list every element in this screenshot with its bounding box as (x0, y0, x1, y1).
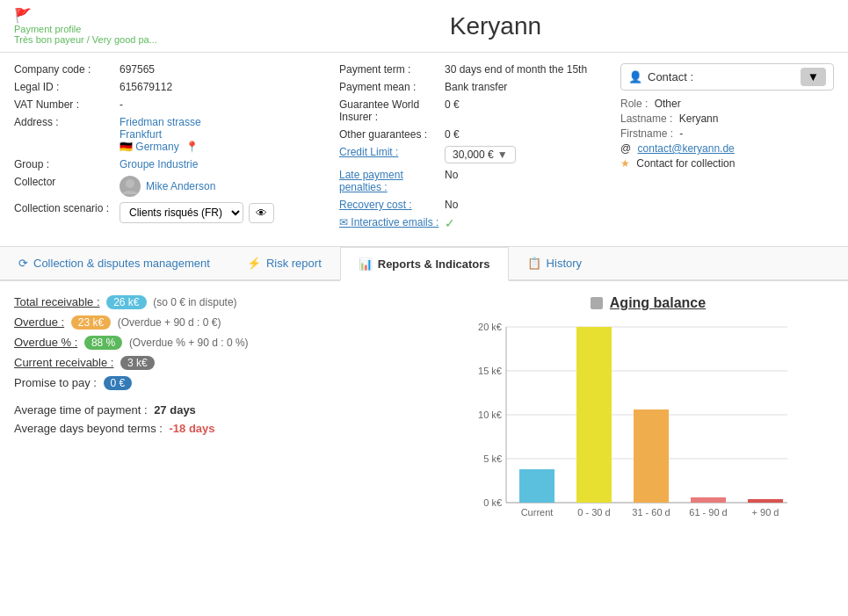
guarantee-world-row: Guarantee World Insurer : 0 € (339, 98, 612, 123)
flag-icon: 🇩🇪 (120, 141, 133, 153)
eye-button[interactable]: 👁 (249, 203, 274, 223)
main-content: Total receivable : 26 k€ (so 0 € in disp… (0, 281, 848, 561)
address-line1[interactable]: Friedman strasse (120, 116, 201, 128)
payment-profile: 🚩 Payment profile Très bon payeur / Very… (14, 7, 157, 45)
recovery-cost-row: Recovery cost : No (339, 199, 612, 211)
email-icon: @ (620, 142, 631, 155)
recovery-cost-value: No (445, 199, 458, 211)
contact-role: Role : Other (620, 98, 834, 110)
svg-text:0 - 30 d: 0 - 30 d (577, 507, 610, 518)
history-tab-icon: 📋 (527, 257, 541, 270)
role-value: Other (655, 98, 681, 110)
firstname-label: Firstname : (620, 127, 673, 140)
avg-beyond-label: Average days beyond terms : (14, 422, 163, 435)
overdue-pct-row: Overdue % : 88 % (Overdue % + 90 d : 0 %… (14, 336, 436, 349)
credit-limit-row: Credit Limit : 30,000 € ▼ (339, 146, 612, 163)
tab-collection[interactable]: ⟳ Collection & disputes management (0, 247, 228, 279)
credit-limit-label: Credit Limit : (339, 146, 445, 158)
group-label: Group : (14, 158, 120, 170)
envelope-icon: ✉ (339, 216, 348, 228)
tabs-bar: ⟳ Collection & disputes management ⚡ Ris… (0, 247, 848, 281)
chart-title-row: Aging balance (462, 295, 834, 311)
payment-term-label: Payment term : (339, 63, 445, 76)
svg-text:61 - 90 d: 61 - 90 d (689, 507, 727, 518)
overdue-row: Overdue : 23 k€ (Overdue + 90 d : 0 €) (14, 315, 436, 329)
info-section: Company code : 697565 Legal ID : 6156791… (0, 53, 848, 247)
address-country: 🇩🇪 Germany 📍 (120, 141, 201, 153)
tab-risk-label: Risk report (266, 257, 322, 270)
collection-scenario-select[interactable]: Clients risqués (FR) (120, 202, 243, 223)
vat-value: - (120, 98, 123, 111)
contact-email[interactable]: contact@keryann.de (638, 142, 735, 155)
country-name: Germany (135, 141, 178, 153)
avatar (120, 176, 141, 197)
overdue-sub: (Overdue + 90 d : 0 €) (118, 316, 221, 329)
svg-text:31 - 60 d: 31 - 60 d (632, 507, 670, 518)
payment-mean-value: Bank transfer (445, 81, 507, 93)
tab-history[interactable]: 📋 History (509, 247, 600, 279)
collection-tab-icon: ⟳ (18, 257, 28, 270)
total-receivable-row: Total receivable : 26 k€ (so 0 € in disp… (14, 295, 436, 308)
chart-legend-box (591, 297, 603, 309)
promise-label: Promise to pay : (14, 376, 97, 389)
tab-reports[interactable]: 📊 Reports & Indicators (340, 247, 509, 281)
vat-row: VAT Number : - (14, 98, 330, 111)
lastname-label: Lastname : (620, 112, 672, 125)
collector-row: Collector Mike Anderson (14, 176, 330, 197)
tab-risk[interactable]: ⚡ Risk report (228, 247, 340, 279)
payment-mean-row: Payment mean : Bank transfer (339, 81, 612, 93)
current-receivable-badge: 3 k€ (120, 356, 155, 370)
promise-badge: 0 € (104, 376, 133, 390)
contact-collection-label: Contact for collection (636, 157, 735, 170)
credit-limit-value: 30,000 € (453, 149, 494, 161)
address-line2[interactable]: Frankfurt (120, 128, 201, 141)
stats-col: Total receivable : 26 k€ (so 0 € in disp… (14, 295, 436, 547)
contact-label: Contact : (648, 70, 693, 83)
guarantee-world-value: 0 € (445, 98, 460, 111)
current-receivable-label: Current receivable : (14, 356, 113, 369)
svg-point-0 (126, 179, 134, 188)
credit-limit-badge[interactable]: 30,000 € ▼ (445, 146, 516, 163)
total-receivable-label: Total receivable : (14, 295, 100, 308)
payment-term-value: 30 days end of month the 15th (445, 63, 587, 76)
address-value: Friedman strasse Frankfurt 🇩🇪 Germany 📍 (120, 116, 201, 153)
map-pin-icon: 📍 (185, 141, 199, 153)
vat-label: VAT Number : (14, 98, 120, 111)
late-payment-row: Late payment penalties : No (339, 169, 612, 193)
lastname-value: Keryann (679, 112, 719, 125)
tab-reports-label: Reports & Indicators (378, 257, 490, 271)
svg-text:0 k€: 0 k€ (483, 497, 502, 508)
firstname-value: - (679, 127, 683, 140)
group-value[interactable]: Groupe Industrie (120, 158, 198, 170)
address-row: Address : Friedman strasse Frankfurt 🇩🇪 … (14, 116, 330, 153)
contact-dropdown-button[interactable]: ▼ (801, 68, 826, 86)
bar-31-60 (634, 409, 669, 503)
caret-down-icon: ▼ (497, 149, 508, 161)
contact-collection-row: ★ Contact for collection (620, 157, 834, 170)
interactive-emails-row: ✉ Interactive emails : ✓ (339, 216, 612, 230)
reports-tab-icon: 📊 (359, 257, 373, 271)
late-payment-label: Late payment penalties : (339, 169, 445, 193)
star-icon: ★ (620, 157, 630, 170)
bar-plus90 (748, 499, 783, 503)
overdue-badge: 23 k€ (71, 315, 111, 330)
chart-col: Aging balance 20 k€ 15 k€ 10 k€ 5 k€ 0 k… (462, 295, 834, 547)
overdue-label: Overdue : (14, 315, 64, 329)
tab-collection-label: Collection & disputes management (33, 257, 210, 270)
svg-text:+ 90 d: + 90 d (752, 507, 779, 518)
svg-text:20 k€: 20 k€ (478, 322, 502, 332)
avg-payment-label: Average time of payment : (14, 403, 148, 417)
collection-scenario-label: Collection scenario : (14, 202, 120, 214)
chart-title: Aging balance (610, 295, 706, 311)
svg-text:5 k€: 5 k€ (483, 453, 502, 464)
legal-id-label: Legal ID : (14, 81, 120, 93)
guarantee-world-label: Guarantee World Insurer : (339, 98, 445, 123)
company-code-value: 697565 (120, 63, 155, 76)
recovery-cost-label: Recovery cost : (339, 199, 445, 211)
overdue-pct-label: Overdue % : (14, 336, 77, 349)
other-guarantees-label: Other guarantees : (339, 128, 445, 141)
company-code-row: Company code : 697565 (14, 63, 330, 76)
svg-text:Current: Current (521, 507, 554, 518)
collector-value: Mike Anderson (120, 176, 215, 197)
legal-id-value: 615679112 (120, 81, 172, 93)
